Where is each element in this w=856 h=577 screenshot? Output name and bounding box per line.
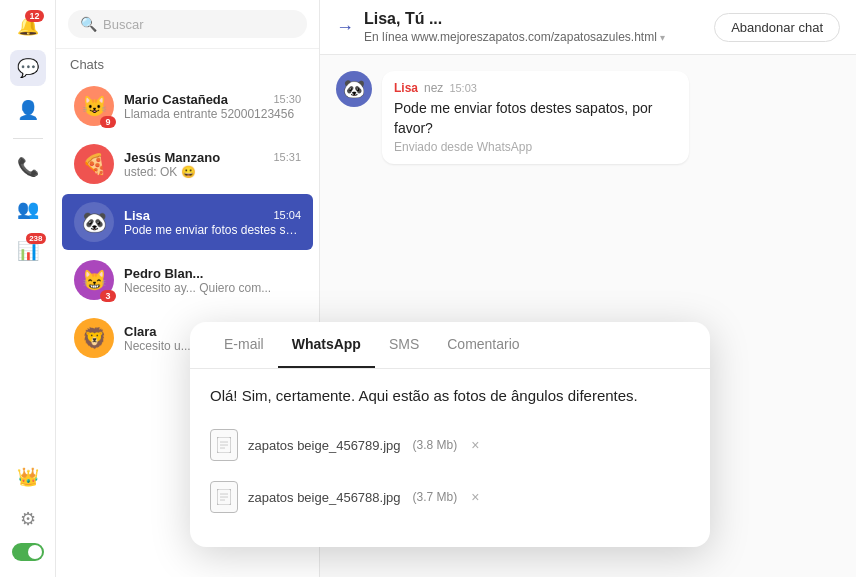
- chat-name-mario: Mario Castañeda: [124, 92, 228, 107]
- chats-search: 🔍: [56, 0, 319, 49]
- chat-info-pedro: Pedro Blan... Necesito ay... Quiero com.…: [124, 266, 301, 295]
- notification-badge: 12: [25, 10, 43, 22]
- attachment-item-2: zapatos beige_456788.jpg (3.7 Mb) ×: [210, 475, 690, 519]
- chats-label: Chats: [56, 49, 319, 76]
- chat-name-jesus: Jesús Manzano: [124, 150, 220, 165]
- sidebar-bottom: 👑 ⚙: [10, 459, 46, 569]
- msg-content-1: Lisa nez 15:03 Pode me enviar fotos dest…: [382, 71, 689, 164]
- chat-time-lisa: 15:04: [273, 209, 301, 221]
- msg-text-1: Pode me enviar fotos destes sapatos, por…: [394, 99, 677, 138]
- compose-message-text: Olá! Sim, certamente. Aqui estão as foto…: [210, 385, 690, 408]
- chat-name-clara: Clara: [124, 324, 157, 339]
- chat-header-status: En línea www.mejoreszapatos.com/zapatosa…: [364, 30, 665, 44]
- avatar-pedro: 😸 3: [74, 260, 114, 300]
- chat-info-jesus: Jesús Manzano 15:31 usted: OK 😀: [124, 150, 301, 179]
- msg-subtext-1: Enviado desde WhatsApp: [394, 140, 677, 154]
- chat-item-pedro[interactable]: 😸 3 Pedro Blan... Necesito ay... Quiero …: [62, 252, 313, 308]
- chat-header: → Lisa, Tú ... En línea www.mejoreszapat…: [320, 0, 856, 55]
- attachment-list: zapatos beige_456789.jpg (3.8 Mb) × zapa…: [210, 423, 690, 519]
- icon-sidebar: 🔔 12 💬 👤 📞 👥 📊 238 👑 ⚙: [0, 0, 56, 577]
- chat-preview-lisa: Pode me enviar fotos destes sapatos, por…: [124, 223, 301, 237]
- chat-name-row-mario: Mario Castañeda 15:30: [124, 92, 301, 107]
- msg-sender-suffix: nez: [424, 81, 443, 95]
- search-wrapper: 🔍: [68, 10, 307, 38]
- avatar-jesus: 🍕: [74, 144, 114, 184]
- abandon-chat-button[interactable]: Abandonar chat: [714, 13, 840, 42]
- attachment-size-1: (3.8 Mb): [413, 438, 458, 452]
- sidebar-icon-filter[interactable]: ⚙: [10, 501, 46, 537]
- chat-item-lisa[interactable]: 🐼 Lisa 15:04 Pode me enviar fotos destes…: [62, 194, 313, 250]
- search-input[interactable]: [103, 17, 295, 32]
- back-arrow-icon[interactable]: →: [336, 17, 354, 38]
- sidebar-icon-person[interactable]: 👤: [10, 92, 46, 128]
- chat-item-jesus[interactable]: 🍕 Jesús Manzano 15:31 usted: OK 😀: [62, 136, 313, 192]
- compose-tabs: E-mail WhatsApp SMS Comentario: [190, 322, 710, 369]
- avatar-lisa: 🐼: [74, 202, 114, 242]
- msg-avatar-lisa: 🐼: [336, 71, 372, 107]
- chat-name-row-jesus: Jesús Manzano 15:31: [124, 150, 301, 165]
- chat-info-lisa: Lisa 15:04 Pode me enviar fotos destes s…: [124, 208, 301, 237]
- attachment-icon-2: [210, 481, 238, 513]
- tab-whatsapp[interactable]: WhatsApp: [278, 322, 375, 368]
- message-bubble-1: 🐼 Lisa nez 15:03 Pode me enviar fotos de…: [336, 71, 689, 164]
- sidebar-icon-phone[interactable]: 📞: [10, 149, 46, 185]
- chat-name-lisa: Lisa: [124, 208, 150, 223]
- chat-header-info: Lisa, Tú ... En línea www.mejoreszapatos…: [364, 10, 665, 44]
- chat-time-jesus: 15:31: [273, 151, 301, 163]
- attachment-name-2: zapatos beige_456788.jpg: [248, 490, 401, 505]
- chat-item-mario[interactable]: 😺 9 Mario Castañeda 15:30 Llamada entran…: [62, 78, 313, 134]
- attachment-remove-1[interactable]: ×: [471, 437, 479, 453]
- tab-comentario[interactable]: Comentario: [433, 322, 533, 368]
- msg-time-1: 15:03: [449, 82, 477, 94]
- badge-mario: 9: [100, 116, 116, 128]
- sidebar-icon-analytics[interactable]: 📊 238: [10, 233, 46, 269]
- badge-pedro: 3: [100, 290, 116, 302]
- chat-preview-pedro: Necesito ay... Quiero com...: [124, 281, 301, 295]
- notification-icon[interactable]: 🔔 12: [10, 8, 46, 44]
- chat-name-pedro: Pedro Blan...: [124, 266, 203, 281]
- avatar-clara: 🦁: [74, 318, 114, 358]
- chat-header-name: Lisa, Tú ...: [364, 10, 665, 28]
- attachment-item-1: zapatos beige_456789.jpg (3.8 Mb) ×: [210, 423, 690, 467]
- avatar-mario: 😺 9: [74, 86, 114, 126]
- msg-name-row-1: Lisa nez 15:03: [394, 81, 677, 95]
- chat-time-mario: 15:30: [273, 93, 301, 105]
- chat-header-left: → Lisa, Tú ... En línea www.mejoreszapat…: [336, 10, 665, 44]
- msg-sender-name: Lisa: [394, 81, 418, 95]
- chat-preview-mario: Llamada entrante 52000123456: [124, 107, 301, 121]
- chat-info-mario: Mario Castañeda 15:30 Llamada entrante 5…: [124, 92, 301, 121]
- sidebar-icon-crown[interactable]: 👑: [10, 459, 46, 495]
- chat-preview-jesus: usted: OK 😀: [124, 165, 301, 179]
- compose-body: Olá! Sim, certamente. Aqui estão as foto…: [190, 369, 710, 528]
- sidebar-icon-chat[interactable]: 💬: [10, 50, 46, 86]
- attachment-icon-1: [210, 429, 238, 461]
- chat-name-row-pedro: Pedro Blan...: [124, 266, 301, 281]
- analytics-badge: 238: [26, 233, 45, 244]
- toggle-switch[interactable]: [12, 543, 44, 561]
- chat-name-row-lisa: Lisa 15:04: [124, 208, 301, 223]
- chevron-down-icon[interactable]: ▾: [660, 32, 665, 43]
- tab-email[interactable]: E-mail: [210, 322, 278, 368]
- compose-popup: E-mail WhatsApp SMS Comentario Olá! Sim,…: [190, 322, 710, 548]
- sidebar-icon-group[interactable]: 👥: [10, 191, 46, 227]
- tab-sms[interactable]: SMS: [375, 322, 433, 368]
- search-icon: 🔍: [80, 16, 97, 32]
- attachment-size-2: (3.7 Mb): [413, 490, 458, 504]
- sidebar-divider: [13, 138, 43, 139]
- attachment-name-1: zapatos beige_456789.jpg: [248, 438, 401, 453]
- attachment-remove-2[interactable]: ×: [471, 489, 479, 505]
